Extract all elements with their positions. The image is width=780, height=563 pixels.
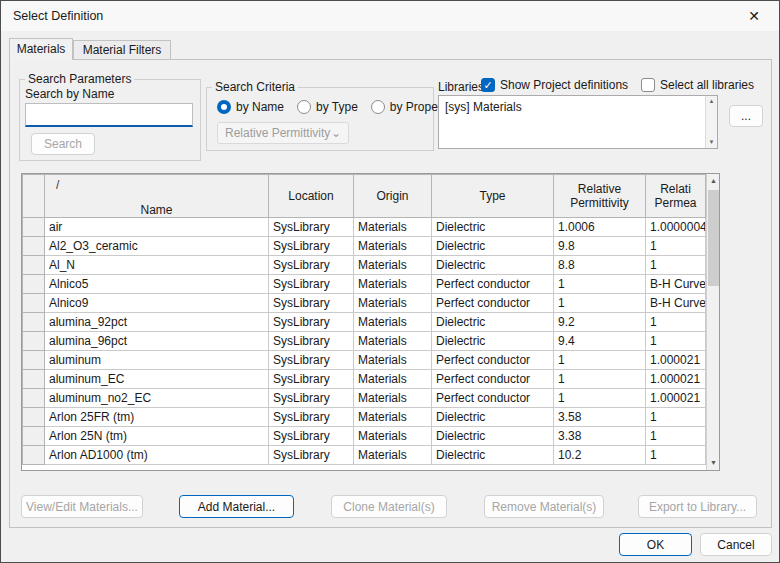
radio-by-type[interactable]: by Type bbox=[297, 100, 358, 114]
tab-material-filters[interactable]: Material Filters bbox=[73, 40, 171, 59]
cell-name[interactable]: aluminum bbox=[45, 351, 269, 370]
cell-relative-permittivity[interactable]: 1.0006 bbox=[554, 218, 646, 237]
scroll-up-icon[interactable]: ▲ bbox=[706, 96, 717, 107]
listbox-scrollbar[interactable]: ▲ ▼ bbox=[705, 96, 717, 148]
browse-libraries-button[interactable]: ... bbox=[729, 105, 763, 127]
tab-materials[interactable]: Materials bbox=[9, 38, 73, 60]
table-row[interactable]: Alnico5SysLibraryMaterialsPerfect conduc… bbox=[23, 275, 706, 294]
radio-by-name[interactable]: by Name bbox=[217, 100, 284, 114]
cell-type[interactable]: Dielectric bbox=[432, 427, 554, 446]
table-row[interactable]: aluminumSysLibraryMaterialsPerfect condu… bbox=[23, 351, 706, 370]
cell-location[interactable]: SysLibrary bbox=[269, 275, 354, 294]
cell-type[interactable]: Dielectric bbox=[432, 256, 554, 275]
scrollbar-thumb[interactable] bbox=[708, 190, 719, 286]
scroll-up-icon[interactable]: ▲ bbox=[707, 174, 720, 188]
cell-type[interactable]: Perfect conductor bbox=[432, 389, 554, 408]
cell-origin[interactable]: Materials bbox=[354, 332, 432, 351]
cell-relative-permeability[interactable]: B-H Curve... bbox=[646, 294, 706, 313]
cell-location[interactable]: SysLibrary bbox=[269, 408, 354, 427]
search-button[interactable]: Search bbox=[31, 133, 95, 155]
cell-origin[interactable]: Materials bbox=[354, 370, 432, 389]
table-row[interactable]: aluminum_no2_ECSysLibraryMaterialsPerfec… bbox=[23, 389, 706, 408]
table-row[interactable]: Arlon 25N (tm)SysLibraryMaterialsDielect… bbox=[23, 427, 706, 446]
scroll-down-icon[interactable]: ▼ bbox=[706, 137, 717, 148]
cell-name[interactable]: alumina_96pct bbox=[45, 332, 269, 351]
row-selector[interactable] bbox=[23, 237, 45, 256]
remove-materials-button[interactable]: Remove Material(s) bbox=[484, 495, 604, 518]
property-dropdown[interactable]: Relative Permittivity ⌄ bbox=[217, 122, 349, 144]
table-row[interactable]: airSysLibraryMaterialsDielectric1.00061.… bbox=[23, 218, 706, 237]
cell-name[interactable]: alumina_92pct bbox=[45, 313, 269, 332]
cell-relative-permeability[interactable]: 1.000021 bbox=[646, 389, 706, 408]
scroll-down-icon[interactable]: ▼ bbox=[707, 456, 720, 470]
clone-materials-button[interactable]: Clone Material(s) bbox=[331, 495, 447, 518]
table-row[interactable]: Al2_O3_ceramicSysLibraryMaterialsDielect… bbox=[23, 237, 706, 256]
cell-relative-permittivity[interactable]: 1 bbox=[554, 370, 646, 389]
row-selector[interactable] bbox=[23, 427, 45, 446]
cell-origin[interactable]: Materials bbox=[354, 237, 432, 256]
close-icon[interactable]: ✕ bbox=[733, 1, 775, 31]
row-selector[interactable] bbox=[23, 332, 45, 351]
cell-relative-permeability[interactable]: 1 bbox=[646, 313, 706, 332]
libraries-listbox[interactable]: [sys] Materials ▲ ▼ bbox=[438, 95, 718, 149]
cell-relative-permittivity[interactable]: 1 bbox=[554, 275, 646, 294]
cell-name[interactable]: Arlon 25FR (tm) bbox=[45, 408, 269, 427]
table-row[interactable]: Al_NSysLibraryMaterialsDielectric8.81 bbox=[23, 256, 706, 275]
cell-relative-permeability[interactable]: 1 bbox=[646, 256, 706, 275]
cell-location[interactable]: SysLibrary bbox=[269, 446, 354, 465]
cell-type[interactable]: Perfect conductor bbox=[432, 294, 554, 313]
row-selector[interactable] bbox=[23, 446, 45, 465]
cell-location[interactable]: SysLibrary bbox=[269, 332, 354, 351]
row-selector[interactable] bbox=[23, 313, 45, 332]
cell-relative-permeability[interactable]: 1 bbox=[646, 237, 706, 256]
cell-type[interactable]: Perfect conductor bbox=[432, 351, 554, 370]
ok-button[interactable]: OK bbox=[619, 533, 692, 556]
cell-origin[interactable]: Materials bbox=[354, 389, 432, 408]
cell-relative-permeability[interactable]: 1 bbox=[646, 446, 706, 465]
column-header-relative-permeability[interactable]: Relati Permea bbox=[646, 175, 706, 218]
cell-location[interactable]: SysLibrary bbox=[269, 351, 354, 370]
column-header-type[interactable]: Type bbox=[432, 175, 554, 218]
cell-relative-permittivity[interactable]: 9.4 bbox=[554, 332, 646, 351]
search-by-name-input[interactable] bbox=[25, 103, 193, 127]
table-row[interactable]: Alnico9SysLibraryMaterialsPerfect conduc… bbox=[23, 294, 706, 313]
table-row[interactable]: Arlon 25FR (tm)SysLibraryMaterialsDielec… bbox=[23, 408, 706, 427]
cell-name[interactable]: Alnico5 bbox=[45, 275, 269, 294]
cell-relative-permittivity[interactable]: 1 bbox=[554, 389, 646, 408]
cell-relative-permeability[interactable]: 1.000021 bbox=[646, 370, 706, 389]
column-header-origin[interactable]: Origin bbox=[354, 175, 432, 218]
cell-relative-permittivity[interactable]: 1 bbox=[554, 294, 646, 313]
cell-location[interactable]: SysLibrary bbox=[269, 237, 354, 256]
cell-type[interactable]: Dielectric bbox=[432, 313, 554, 332]
cell-origin[interactable]: Materials bbox=[354, 294, 432, 313]
column-header-name[interactable]: / Name bbox=[45, 175, 269, 218]
row-selector[interactable] bbox=[23, 389, 45, 408]
cell-name[interactable]: Al2_O3_ceramic bbox=[45, 237, 269, 256]
cell-relative-permittivity[interactable]: 9.2 bbox=[554, 313, 646, 332]
cell-origin[interactable]: Materials bbox=[354, 427, 432, 446]
cell-name[interactable]: Alnico9 bbox=[45, 294, 269, 313]
cell-location[interactable]: SysLibrary bbox=[269, 389, 354, 408]
table-row[interactable]: alumina_92pctSysLibraryMaterialsDielectr… bbox=[23, 313, 706, 332]
cell-relative-permeability[interactable]: B-H Curve... bbox=[646, 275, 706, 294]
cell-relative-permeability[interactable]: 1 bbox=[646, 332, 706, 351]
table-row[interactable]: alumina_96pctSysLibraryMaterialsDielectr… bbox=[23, 332, 706, 351]
cell-location[interactable]: SysLibrary bbox=[269, 294, 354, 313]
list-item[interactable]: [sys] Materials bbox=[439, 96, 717, 118]
table-row[interactable]: Arlon AD1000 (tm)SysLibraryMaterialsDiel… bbox=[23, 446, 706, 465]
cell-name[interactable]: Arlon 25N (tm) bbox=[45, 427, 269, 446]
cell-origin[interactable]: Materials bbox=[354, 275, 432, 294]
cell-name[interactable]: Arlon AD1000 (tm) bbox=[45, 446, 269, 465]
corner-header-cell[interactable] bbox=[23, 175, 45, 218]
cell-origin[interactable]: Materials bbox=[354, 446, 432, 465]
row-selector[interactable] bbox=[23, 408, 45, 427]
row-selector[interactable] bbox=[23, 256, 45, 275]
cell-relative-permeability[interactable]: 1 bbox=[646, 427, 706, 446]
cell-type[interactable]: Dielectric bbox=[432, 408, 554, 427]
cell-location[interactable]: SysLibrary bbox=[269, 218, 354, 237]
select-all-libraries-checkbox[interactable]: ✓ Select all libraries bbox=[641, 78, 754, 92]
cell-name[interactable]: aluminum_no2_EC bbox=[45, 389, 269, 408]
cell-location[interactable]: SysLibrary bbox=[269, 313, 354, 332]
cell-type[interactable]: Perfect conductor bbox=[432, 275, 554, 294]
cell-relative-permittivity[interactable]: 3.38 bbox=[554, 427, 646, 446]
